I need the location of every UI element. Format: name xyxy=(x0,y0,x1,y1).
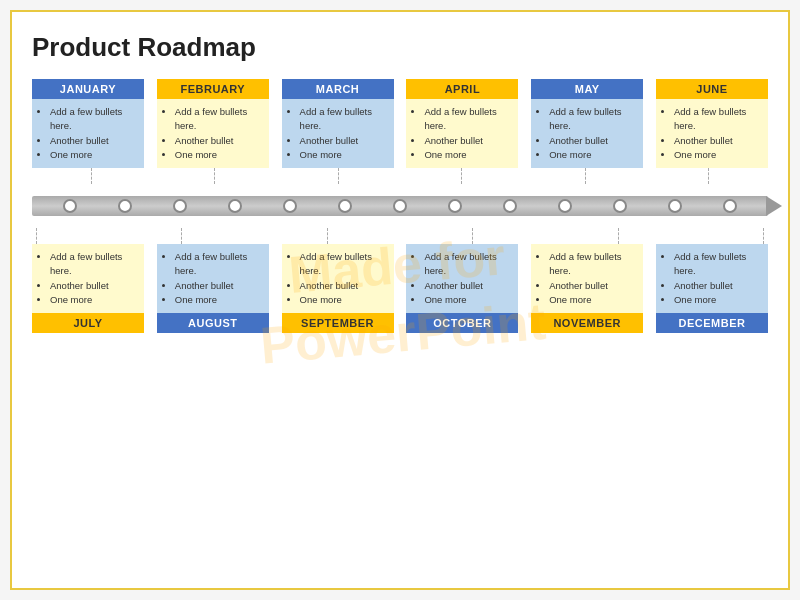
bullet-item: Another bullet xyxy=(424,134,512,148)
month-body: Add a few bullets here.Another bulletOne… xyxy=(656,244,768,313)
month-header: NOVEMBER xyxy=(531,313,643,333)
bullet-item: Another bullet xyxy=(424,279,512,293)
month-card-june: JUNEAdd a few bullets here.Another bulle… xyxy=(656,79,768,168)
month-card-january: JANUARYAdd a few bullets here.Another bu… xyxy=(32,79,144,168)
dashed-line-bottom xyxy=(618,228,619,244)
month-header: MAY xyxy=(531,79,643,99)
dashed-line-bottom xyxy=(763,228,764,244)
bullet-item: One more xyxy=(674,293,762,307)
month-body: Add a few bullets here.Another bulletOne… xyxy=(32,99,144,168)
month-card-march: MARCHAdd a few bullets here.Another bull… xyxy=(282,79,394,168)
bullet-item: One more xyxy=(175,148,263,162)
month-body: Add a few bullets here.Another bulletOne… xyxy=(406,244,518,313)
month-card-november: Add a few bullets here.Another bulletOne… xyxy=(531,244,643,333)
timeline-dot xyxy=(393,199,407,213)
month-card-october: Add a few bullets here.Another bulletOne… xyxy=(406,244,518,333)
top-months-row: JANUARYAdd a few bullets here.Another bu… xyxy=(32,79,768,168)
dashed-line-top xyxy=(708,168,709,184)
month-header: JUNE xyxy=(656,79,768,99)
bullet-item: One more xyxy=(50,148,138,162)
month-header: OCTOBER xyxy=(406,313,518,333)
timeline-dot xyxy=(723,199,737,213)
bullet-item: One more xyxy=(424,293,512,307)
bullet-item: One more xyxy=(175,293,263,307)
timeline-track xyxy=(32,196,768,216)
bullet-item: Another bullet xyxy=(175,279,263,293)
month-card-april: APRILAdd a few bullets here.Another bull… xyxy=(406,79,518,168)
timeline-dot xyxy=(173,199,187,213)
dashed-lines-top xyxy=(32,168,768,184)
timeline-dot xyxy=(448,199,462,213)
bullet-item: Add a few bullets here. xyxy=(549,250,637,279)
bullet-item: One more xyxy=(300,148,388,162)
page-title: Product Roadmap xyxy=(32,32,768,63)
dashed-line-top xyxy=(338,168,339,184)
month-body: Add a few bullets here.Another bulletOne… xyxy=(406,99,518,168)
bullet-item: Add a few bullets here. xyxy=(300,250,388,279)
bullet-item: Add a few bullets here. xyxy=(549,105,637,134)
bullet-item: Another bullet xyxy=(300,279,388,293)
month-body: Add a few bullets here.Another bulletOne… xyxy=(531,244,643,313)
dashed-line-bottom xyxy=(181,228,182,244)
bullet-item: One more xyxy=(424,148,512,162)
timeline-dot xyxy=(613,199,627,213)
dashed-line-bottom xyxy=(327,228,328,244)
bullet-item: Add a few bullets here. xyxy=(424,105,512,134)
bullet-item: Add a few bullets here. xyxy=(424,250,512,279)
timeline-arrow xyxy=(766,196,782,216)
month-body: Add a few bullets here.Another bulletOne… xyxy=(282,99,394,168)
slide: Product Roadmap Made forPowerPoint JANUA… xyxy=(10,10,790,590)
bullet-item: Another bullet xyxy=(300,134,388,148)
dashed-line-top xyxy=(585,168,586,184)
month-header: JANUARY xyxy=(32,79,144,99)
dashed-line-top xyxy=(91,168,92,184)
bullet-item: Add a few bullets here. xyxy=(674,105,762,134)
month-body: Add a few bullets here.Another bulletOne… xyxy=(32,244,144,313)
month-body: Add a few bullets here.Another bulletOne… xyxy=(531,99,643,168)
timeline-dot xyxy=(228,199,242,213)
month-body: Add a few bullets here.Another bulletOne… xyxy=(157,99,269,168)
bullet-item: Another bullet xyxy=(549,279,637,293)
month-header: DECEMBER xyxy=(656,313,768,333)
timeline-section xyxy=(32,184,768,228)
bullet-item: One more xyxy=(549,293,637,307)
month-header: JULY xyxy=(32,313,144,333)
month-header: SEPTEMBER xyxy=(282,313,394,333)
timeline-dot xyxy=(668,199,682,213)
bullet-item: One more xyxy=(549,148,637,162)
bullet-item: Another bullet xyxy=(50,134,138,148)
dashed-line-bottom xyxy=(36,228,37,244)
month-body: Add a few bullets here.Another bulletOne… xyxy=(157,244,269,313)
month-header: APRIL xyxy=(406,79,518,99)
bullet-item: Add a few bullets here. xyxy=(674,250,762,279)
month-header: FEBRUARY xyxy=(157,79,269,99)
bullet-item: One more xyxy=(300,293,388,307)
month-body: Add a few bullets here.Another bulletOne… xyxy=(282,244,394,313)
bullet-item: Another bullet xyxy=(674,134,762,148)
timeline-dot xyxy=(558,199,572,213)
month-card-july: Add a few bullets here.Another bulletOne… xyxy=(32,244,144,333)
timeline-dot xyxy=(338,199,352,213)
bullet-item: Add a few bullets here. xyxy=(50,105,138,134)
bullet-item: Another bullet xyxy=(50,279,138,293)
bullet-item: Add a few bullets here. xyxy=(50,250,138,279)
bullet-item: Another bullet xyxy=(674,279,762,293)
timeline-container: JANUARYAdd a few bullets here.Another bu… xyxy=(32,79,768,333)
dashed-line-top xyxy=(461,168,462,184)
timeline-dots xyxy=(32,199,768,213)
bullet-item: One more xyxy=(50,293,138,307)
bottom-months-row: Add a few bullets here.Another bulletOne… xyxy=(32,244,768,333)
timeline-dot xyxy=(283,199,297,213)
dashed-line-top xyxy=(214,168,215,184)
bullet-item: Add a few bullets here. xyxy=(300,105,388,134)
bullet-item: Another bullet xyxy=(549,134,637,148)
month-header: MARCH xyxy=(282,79,394,99)
timeline-dot xyxy=(503,199,517,213)
month-card-august: Add a few bullets here.Another bulletOne… xyxy=(157,244,269,333)
month-card-february: FEBRUARYAdd a few bullets here.Another b… xyxy=(157,79,269,168)
bullet-item: Another bullet xyxy=(175,134,263,148)
dashed-lines-bottom xyxy=(32,228,768,244)
month-header: AUGUST xyxy=(157,313,269,333)
timeline-dot xyxy=(63,199,77,213)
timeline-dot xyxy=(118,199,132,213)
